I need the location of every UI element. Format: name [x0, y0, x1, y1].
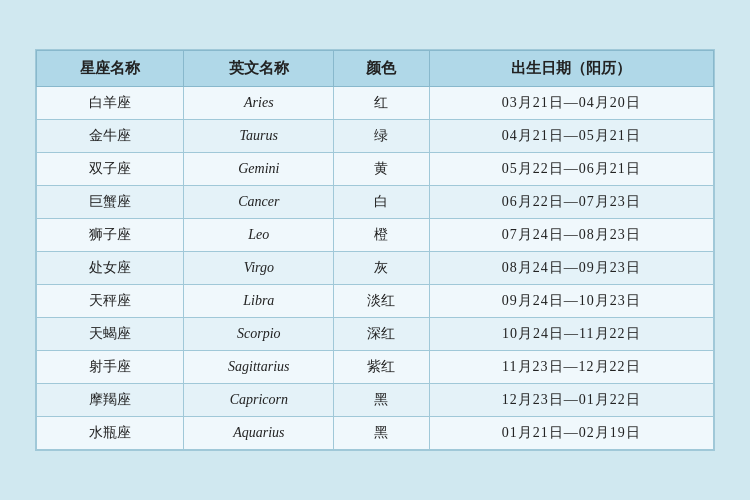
cell-5-3: 08月24日—09月23日	[429, 252, 713, 285]
cell-6-1: Libra	[184, 285, 334, 318]
table-row: 处女座Virgo灰08月24日—09月23日	[37, 252, 714, 285]
cell-9-3: 12月23日—01月22日	[429, 384, 713, 417]
cell-8-3: 11月23日—12月22日	[429, 351, 713, 384]
zodiac-table-container: 星座名称英文名称颜色出生日期（阳历） 白羊座Aries红03月21日—04月20…	[35, 49, 715, 451]
cell-10-2: 黑	[334, 417, 429, 450]
cell-8-2: 紫红	[334, 351, 429, 384]
cell-6-0: 天秤座	[37, 285, 184, 318]
cell-10-1: Aquarius	[184, 417, 334, 450]
cell-10-0: 水瓶座	[37, 417, 184, 450]
cell-3-2: 白	[334, 186, 429, 219]
table-header-row: 星座名称英文名称颜色出生日期（阳历）	[37, 51, 714, 87]
table-row: 金牛座Taurus绿04月21日—05月21日	[37, 120, 714, 153]
table-row: 狮子座Leo橙07月24日—08月23日	[37, 219, 714, 252]
cell-5-1: Virgo	[184, 252, 334, 285]
zodiac-table: 星座名称英文名称颜色出生日期（阳历） 白羊座Aries红03月21日—04月20…	[36, 50, 714, 450]
cell-6-2: 淡红	[334, 285, 429, 318]
cell-4-2: 橙	[334, 219, 429, 252]
cell-1-0: 金牛座	[37, 120, 184, 153]
cell-7-0: 天蝎座	[37, 318, 184, 351]
cell-1-3: 04月21日—05月21日	[429, 120, 713, 153]
header-col-0: 星座名称	[37, 51, 184, 87]
cell-9-0: 摩羯座	[37, 384, 184, 417]
header-col-3: 出生日期（阳历）	[429, 51, 713, 87]
cell-1-1: Taurus	[184, 120, 334, 153]
cell-5-2: 灰	[334, 252, 429, 285]
header-col-1: 英文名称	[184, 51, 334, 87]
cell-4-3: 07月24日—08月23日	[429, 219, 713, 252]
cell-9-2: 黑	[334, 384, 429, 417]
cell-3-3: 06月22日—07月23日	[429, 186, 713, 219]
cell-2-0: 双子座	[37, 153, 184, 186]
table-row: 白羊座Aries红03月21日—04月20日	[37, 87, 714, 120]
table-row: 巨蟹座Cancer白06月22日—07月23日	[37, 186, 714, 219]
cell-3-1: Cancer	[184, 186, 334, 219]
table-row: 天秤座Libra淡红09月24日—10月23日	[37, 285, 714, 318]
cell-0-2: 红	[334, 87, 429, 120]
cell-9-1: Capricorn	[184, 384, 334, 417]
cell-0-1: Aries	[184, 87, 334, 120]
cell-7-3: 10月24日—11月22日	[429, 318, 713, 351]
cell-1-2: 绿	[334, 120, 429, 153]
cell-7-2: 深红	[334, 318, 429, 351]
table-row: 水瓶座Aquarius黑01月21日—02月19日	[37, 417, 714, 450]
cell-2-2: 黄	[334, 153, 429, 186]
header-col-2: 颜色	[334, 51, 429, 87]
cell-4-1: Leo	[184, 219, 334, 252]
cell-8-1: Sagittarius	[184, 351, 334, 384]
table-row: 摩羯座Capricorn黑12月23日—01月22日	[37, 384, 714, 417]
cell-5-0: 处女座	[37, 252, 184, 285]
cell-7-1: Scorpio	[184, 318, 334, 351]
cell-2-1: Gemini	[184, 153, 334, 186]
cell-6-3: 09月24日—10月23日	[429, 285, 713, 318]
table-row: 双子座Gemini黄05月22日—06月21日	[37, 153, 714, 186]
cell-3-0: 巨蟹座	[37, 186, 184, 219]
cell-0-3: 03月21日—04月20日	[429, 87, 713, 120]
cell-8-0: 射手座	[37, 351, 184, 384]
cell-4-0: 狮子座	[37, 219, 184, 252]
table-body: 白羊座Aries红03月21日—04月20日金牛座Taurus绿04月21日—0…	[37, 87, 714, 450]
table-row: 射手座Sagittarius紫红11月23日—12月22日	[37, 351, 714, 384]
table-row: 天蝎座Scorpio深红10月24日—11月22日	[37, 318, 714, 351]
cell-2-3: 05月22日—06月21日	[429, 153, 713, 186]
cell-0-0: 白羊座	[37, 87, 184, 120]
cell-10-3: 01月21日—02月19日	[429, 417, 713, 450]
